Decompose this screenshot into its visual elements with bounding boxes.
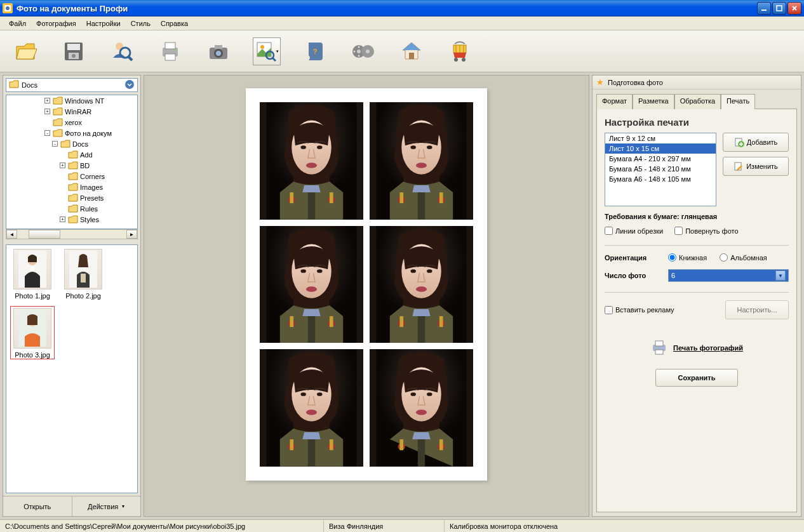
- svg-rect-66: [439, 192, 443, 203]
- tabs: Формат Разметка Обработка Печать: [596, 93, 797, 109]
- tree-node[interactable]: Corners: [6, 171, 137, 182]
- menu-file[interactable]: Файл: [4, 18, 31, 29]
- svg-point-81: [416, 286, 427, 292]
- orientation-landscape-radio[interactable]: Альбомная: [720, 253, 767, 262]
- paper-list-item[interactable]: Лист 9 x 12 см: [605, 133, 716, 143]
- menubar: Файл Фотография Настройки Стиль Справка: [0, 17, 804, 30]
- print-paper: [246, 88, 487, 481]
- tree-node[interactable]: +BD: [6, 160, 137, 171]
- svg-rect-86: [439, 316, 443, 327]
- thumbnail-item[interactable]: Photo 2.jpg: [61, 249, 105, 300]
- plus-icon: [734, 137, 744, 147]
- print-settings-title: Настройка печати: [605, 117, 789, 128]
- actions-button[interactable]: Действия ▾: [72, 496, 141, 516]
- edit-button[interactable]: Изменить: [723, 157, 789, 176]
- camera-icon[interactable]: [204, 37, 232, 65]
- svg-point-29: [358, 46, 360, 48]
- tree-node[interactable]: xerox: [6, 117, 137, 128]
- tree-node[interactable]: +WinRAR: [6, 106, 137, 117]
- thumbnail-item[interactable]: Photo 1.jpg: [10, 249, 55, 300]
- minimize-button[interactable]: [757, 2, 771, 15]
- open-icon[interactable]: [11, 37, 39, 65]
- photo-cell: [370, 226, 473, 343]
- sidebar-actions: Открыть Действия ▾: [3, 496, 140, 516]
- photo-count-label: Число фото: [605, 272, 662, 279]
- maximize-button[interactable]: [772, 2, 786, 15]
- configure-button: Настроить...: [725, 300, 789, 319]
- paper-list-item[interactable]: Бумага А4 - 210 x 297 мм: [605, 154, 716, 164]
- thumbnail-item[interactable]: Photo 3.jpg: [10, 306, 55, 359]
- orientation-portrait-radio[interactable]: Книжная: [668, 253, 707, 262]
- folder-tree[interactable]: +Windows NT+WinRARxerox-Фото на докум-Do…: [6, 95, 138, 229]
- svg-line-11: [128, 57, 132, 60]
- menu-style[interactable]: Стиль: [126, 18, 156, 29]
- status-calibration: Калибровка монитора отключена: [445, 520, 804, 532]
- right-panel-header: ★ Подготовка фото: [593, 76, 801, 90]
- close-button[interactable]: [787, 2, 801, 15]
- svg-point-39: [125, 80, 134, 89]
- tab-format[interactable]: Формат: [596, 94, 633, 109]
- svg-line-23: [272, 58, 276, 61]
- svg-point-89: [300, 393, 306, 397]
- home-icon[interactable]: [398, 37, 425, 65]
- scroll-right-button[interactable]: ►: [126, 230, 137, 239]
- save-icon[interactable]: [60, 37, 88, 65]
- search-person-icon[interactable]: [108, 37, 136, 65]
- status-visa: Виза Финляндия: [324, 520, 445, 532]
- tree-node[interactable]: +Windows NT: [6, 95, 137, 106]
- paper-list[interactable]: Лист 9 x 12 смЛист 10 x 15 смБумага А4 -…: [605, 133, 716, 206]
- print-icon[interactable]: [156, 37, 184, 65]
- svg-rect-102: [418, 439, 425, 467]
- cart-icon[interactable]: [446, 37, 474, 65]
- svg-point-30: [358, 55, 360, 57]
- preview-panel: [144, 75, 589, 517]
- folder-combo[interactable]: Docs: [6, 78, 138, 92]
- rotate-photo-checkbox[interactable]: Повернуть фото: [674, 227, 738, 235]
- paper-list-item[interactable]: Лист 10 x 15 см: [605, 143, 716, 154]
- tree-node[interactable]: -Фото на докум: [6, 128, 137, 138]
- svg-point-19: [216, 51, 221, 56]
- svg-rect-72: [308, 316, 315, 343]
- picture-zoom-icon[interactable]: ▾: [253, 37, 281, 65]
- save-button[interactable]: Сохранить: [655, 369, 738, 387]
- right-panel-title: Подготовка фото: [608, 79, 663, 86]
- paper-requirements: Требования к бумаге: глянцевая: [605, 213, 789, 220]
- svg-rect-4: [777, 6, 782, 11]
- photo-count-combo[interactable]: 6 ▼: [668, 269, 789, 282]
- tab-print[interactable]: Печать: [721, 94, 755, 109]
- paper-list-item[interactable]: Бумага А6 - 148 x 105 мм: [605, 174, 716, 184]
- status-path: C:\Documents and Settings\Сергей\Мои док…: [0, 520, 324, 532]
- print-photos-link[interactable]: Печать фотографий: [605, 338, 789, 357]
- help-icon[interactable]: ?: [301, 37, 329, 65]
- tree-node[interactable]: Presets: [6, 192, 137, 203]
- menu-photo[interactable]: Фотография: [31, 18, 81, 29]
- svg-point-15: [175, 49, 177, 51]
- orientation-label: Ориентация: [605, 254, 662, 262]
- tree-node[interactable]: Images: [6, 182, 137, 192]
- menu-help[interactable]: Справка: [156, 18, 193, 29]
- tree-node[interactable]: -Docs: [6, 138, 137, 149]
- svg-point-27: [357, 50, 361, 53]
- open-button[interactable]: Открыть: [3, 496, 72, 516]
- tree-node[interactable]: Add: [6, 149, 137, 160]
- svg-point-50: [317, 145, 323, 149]
- tree-node[interactable]: +Styles: [6, 214, 137, 225]
- tab-processing[interactable]: Обработка: [674, 94, 721, 109]
- tree-node[interactable]: Rules: [6, 203, 137, 214]
- scroll-left-button[interactable]: ◄: [6, 230, 17, 239]
- menu-settings[interactable]: Настройки: [81, 18, 126, 29]
- tab-layout[interactable]: Разметка: [633, 94, 674, 109]
- video-icon[interactable]: [349, 37, 377, 65]
- svg-text:?: ?: [313, 48, 318, 55]
- svg-point-61: [416, 163, 427, 168]
- add-button[interactable]: Добавить: [723, 133, 789, 152]
- svg-rect-65: [399, 192, 403, 203]
- paper-list-item[interactable]: Бумага А5 - 148 x 210 мм: [605, 164, 716, 174]
- svg-point-28: [366, 50, 370, 53]
- insert-ad-checkbox[interactable]: Вставить рекламу: [605, 306, 674, 314]
- crop-lines-checkbox[interactable]: Линии обрезки: [605, 227, 663, 235]
- horizontal-scrollbar[interactable]: ◄ ►: [6, 229, 138, 239]
- photo-cell: [260, 102, 363, 220]
- svg-point-91: [306, 410, 317, 416]
- pencil-icon: [734, 161, 744, 171]
